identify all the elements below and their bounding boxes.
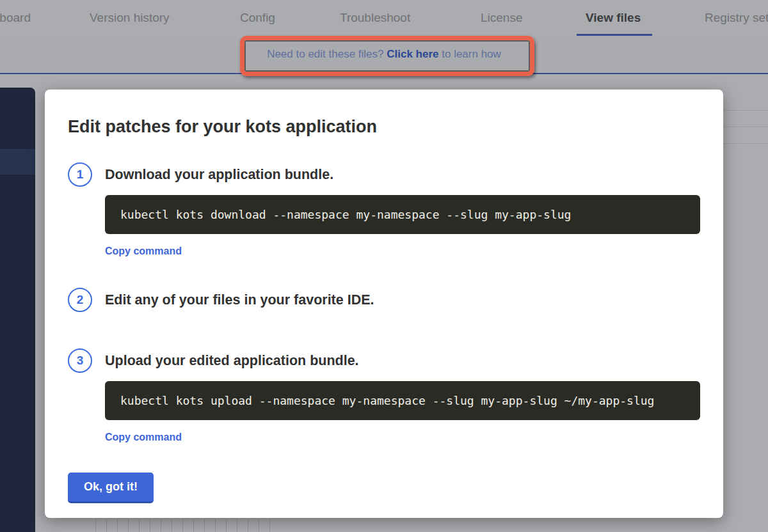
step-1-body: kubectl kots download --namespace my-nam… [105, 195, 700, 257]
step-2-row: 2 Edit any of your files in your favorit… [68, 288, 700, 312]
upload-command-block: kubectl kots upload --namespace my-names… [105, 381, 700, 420]
step-3-number-badge: 3 [68, 348, 92, 373]
step-3-heading: Upload your edited application bundle. [105, 348, 359, 373]
step-2-number-badge: 2 [68, 288, 92, 312]
ok-got-it-button[interactable]: Ok, got it! [68, 473, 154, 503]
step-1-heading: Download your application bundle. [105, 162, 333, 187]
download-command-block: kubectl kots download --namespace my-nam… [105, 195, 700, 234]
step-3-body: kubectl kots upload --namespace my-names… [105, 381, 700, 443]
copy-upload-command-link[interactable]: Copy command [105, 432, 182, 443]
step-1-number-badge: 1 [68, 162, 92, 187]
copy-download-command-link[interactable]: Copy command [105, 246, 182, 257]
edit-patches-modal: Edit patches for your kots application 1… [45, 90, 723, 518]
step-3-row: 3 Upload your edited application bundle. [68, 348, 700, 373]
modal-title: Edit patches for your kots application [68, 116, 700, 137]
step-1-row: 1 Download your application bundle. [68, 162, 700, 187]
step-2-heading: Edit any of your files in your favorite … [105, 288, 374, 312]
